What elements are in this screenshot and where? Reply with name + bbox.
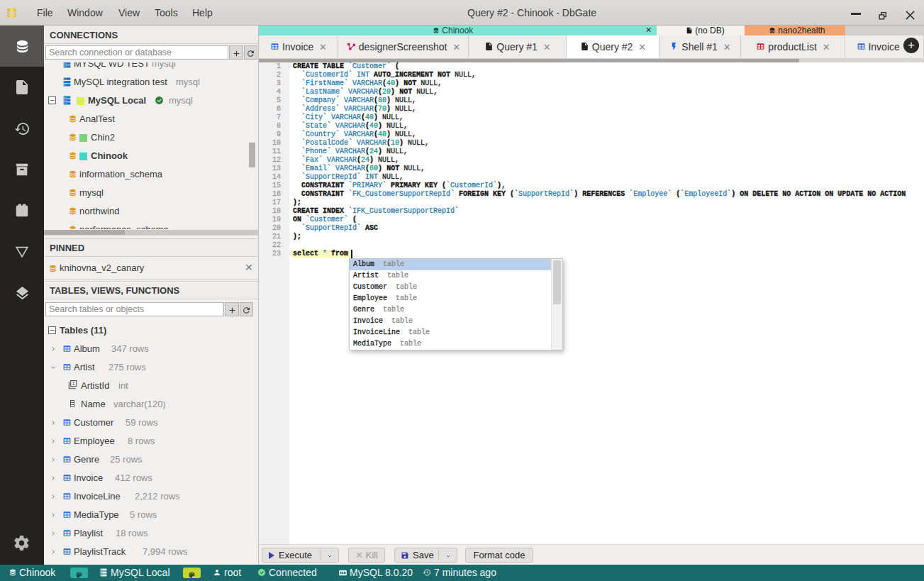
svg-text:1: 1 [72, 381, 75, 386]
